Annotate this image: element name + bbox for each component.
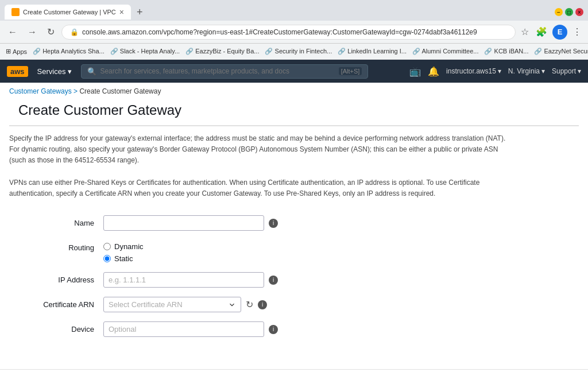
certificate-arn-select[interactable]: Select Certificate ARN — [103, 297, 241, 312]
services-menu-button[interactable]: Services ▾ — [37, 67, 72, 76]
extension-button[interactable]: 🧩 — [534, 25, 549, 39]
region-chevron-icon: ▾ — [541, 67, 545, 75]
routing-form-row: Routing Dynamic Static — [23, 240, 436, 263]
name-info-icon[interactable]: i — [269, 219, 278, 228]
services-chevron-icon: ▾ — [68, 67, 72, 76]
routing-dynamic-option[interactable]: Dynamic — [103, 242, 144, 251]
window-minimize-button[interactable]: − — [555, 8, 563, 16]
aws-logo[interactable]: aws — [7, 66, 28, 77]
bookmark-button[interactable]: ☆ — [519, 25, 531, 39]
breadcrumb-parent-link[interactable]: Customer Gateways — [9, 87, 72, 95]
menu-button[interactable]: ⋮ — [571, 25, 583, 39]
name-field-group: i — [103, 215, 436, 231]
certificate-arn-info-icon[interactable]: i — [258, 300, 267, 309]
search-icon: 🔍 — [87, 67, 96, 76]
ip-address-form-row: IP Address i — [23, 272, 436, 288]
aws-header-right: 📺 🔔 instructor.aws15 ▾ N. Virginia ▾ Sup… — [409, 66, 581, 77]
profile-button[interactable]: E — [552, 25, 567, 40]
routing-dynamic-label: Dynamic — [114, 242, 144, 251]
aws-search-input[interactable] — [100, 67, 335, 75]
ip-address-label: IP Address — [23, 272, 103, 284]
user-account-button[interactable]: instructor.aws15 ▾ — [446, 67, 501, 75]
breadcrumb: Customer Gateways > Create Customer Gate… — [0, 83, 588, 100]
user-label: instructor.aws15 — [446, 67, 496, 75]
name-form-row: Name i — [23, 215, 436, 231]
routing-dynamic-radio[interactable] — [103, 243, 111, 250]
routing-radio-group: Dynamic Static — [103, 240, 144, 263]
bookmark-linkedin[interactable]: 🔗 LinkedIn Learning I... — [338, 48, 407, 55]
back-button[interactable]: ← — [5, 25, 21, 40]
breadcrumb-separator: > — [74, 87, 78, 95]
form-actions-row: * Required Cancel Create Customer Gatewa… — [0, 369, 588, 376]
description-section: Specify the IP address for your gateway'… — [0, 126, 517, 206]
bookmark-eazzynet[interactable]: 🔗 EazzyNet Secure O... — [534, 48, 588, 55]
address-bar[interactable]: 🔒 console.aws.amazon.com/vpc/home?region… — [61, 25, 516, 40]
ip-address-info-icon[interactable]: i — [269, 276, 278, 285]
certificate-arn-refresh-button[interactable]: ↻ — [246, 299, 253, 310]
create-gateway-form: Name i Routing Dynamic — [0, 206, 459, 358]
bookmark-security[interactable]: 🔗 Security in Fintech... — [265, 48, 332, 55]
support-menu-button[interactable]: Support ▾ — [552, 67, 581, 75]
aws-search-box[interactable]: 🔍 [Alt+S] — [81, 64, 368, 79]
page-title: Create Customer Gateway — [9, 100, 579, 126]
bookmark-slack[interactable]: 🔗 Slack - Hepta Analy... — [110, 48, 180, 55]
services-label: Services — [37, 67, 66, 76]
tab-close-button[interactable]: × — [119, 8, 124, 16]
bookmark-alumni[interactable]: 🔗 Alumni Committee... — [412, 48, 478, 55]
certificate-arn-label: Certificate ARN — [23, 297, 103, 309]
name-label: Name — [23, 215, 103, 227]
routing-label: Routing — [23, 240, 103, 252]
routing-field-group: Dynamic Static — [103, 240, 436, 263]
region-label: N. Virginia — [508, 67, 540, 75]
device-input[interactable] — [103, 321, 264, 337]
ip-address-field-group: i — [103, 272, 436, 288]
breadcrumb-current: Create Customer Gateway — [79, 87, 161, 95]
reload-button[interactable]: ↻ — [44, 24, 58, 40]
notifications-icon[interactable]: 📺 — [409, 66, 421, 77]
name-input[interactable] — [103, 215, 264, 231]
device-info-icon[interactable]: i — [269, 325, 278, 334]
window-maximize-button[interactable]: □ — [565, 8, 573, 16]
certificate-arn-form-row: Certificate ARN Select Certificate ARN ↻… — [23, 297, 436, 312]
active-tab[interactable]: Create Customer Gateway | VPC × — [5, 5, 131, 20]
region-selector-button[interactable]: N. Virginia ▾ — [508, 67, 545, 75]
bookmark-eazzybiz[interactable]: 🔗 EazzyBiz - Equity Ba... — [185, 48, 259, 55]
device-label: Device — [23, 321, 103, 334]
tab-favicon — [11, 8, 20, 16]
bell-icon[interactable]: 🔔 — [428, 66, 439, 77]
support-label: Support — [552, 67, 576, 75]
user-chevron-icon: ▾ — [498, 67, 501, 75]
routing-static-option[interactable]: Static — [103, 254, 144, 263]
main-content: Customer Gateways > Create Customer Gate… — [0, 83, 588, 376]
new-tab-button[interactable]: + — [133, 5, 146, 20]
certificate-arn-field-group: Select Certificate ARN ↻ i — [103, 297, 436, 312]
support-chevron-icon: ▾ — [578, 67, 581, 75]
aws-header: aws Services ▾ 🔍 [Alt+S] 📺 🔔 instructor.… — [0, 60, 588, 83]
window-close-button[interactable]: × — [575, 8, 583, 16]
bookmark-hepta[interactable]: 🔗 Hepta Analytics Sha... — [33, 48, 105, 55]
description-paragraph-1: Specify the IP address for your gateway'… — [9, 133, 508, 166]
forward-button[interactable]: → — [24, 25, 40, 40]
aws-logo-text: aws — [7, 66, 28, 77]
certificate-arn-wrapper: Select Certificate ARN — [103, 297, 241, 312]
bookmark-apps[interactable]: ⊞ Apps — [6, 48, 27, 55]
bookmark-kcb[interactable]: 🔗 KCB iBAN... — [484, 48, 528, 55]
ip-address-input[interactable] — [103, 272, 264, 288]
device-field-group: i — [103, 321, 436, 337]
url-text: console.aws.amazon.com/vpc/home?region=u… — [82, 28, 507, 36]
device-form-row: Device i — [23, 321, 436, 337]
search-shortcut: [Alt+S] — [339, 67, 362, 75]
routing-static-label: Static — [114, 254, 133, 263]
description-paragraph-2: VPNs can use either Pre-Shared Keys or C… — [9, 177, 508, 199]
routing-static-radio[interactable] — [103, 255, 111, 262]
tab-title: Create Customer Gateway | VPC — [23, 9, 116, 15]
bookmarks-bar: ⊞ Apps 🔗 Hepta Analytics Sha... 🔗 Slack … — [0, 44, 588, 60]
lock-icon: 🔒 — [70, 28, 79, 36]
